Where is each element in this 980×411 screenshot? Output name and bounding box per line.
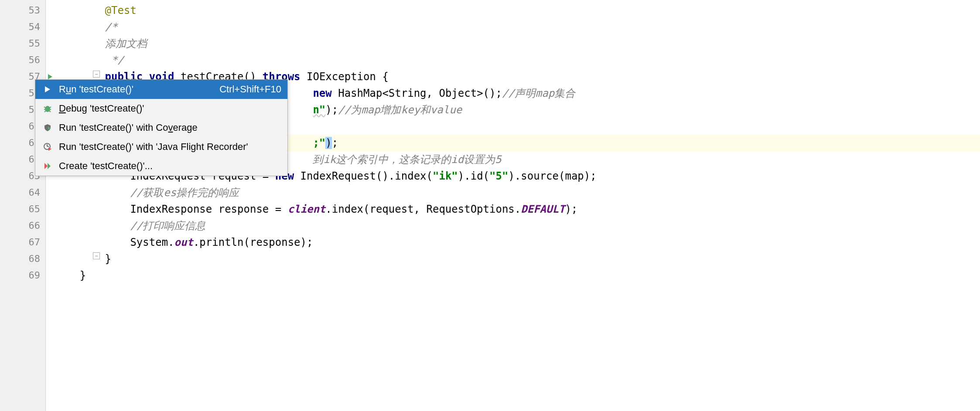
fold-expand-icon[interactable]: −	[93, 71, 100, 78]
gutter: 53 54 55 56 57 58 59 60 61 62 63 64 65 6…	[0, 0, 46, 411]
code-line: 添加文档	[46, 35, 980, 52]
line-number: 67	[0, 234, 45, 251]
code-line: System.out.println(response);	[46, 234, 980, 251]
svg-marker-15	[48, 163, 51, 169]
menu-label: Debug 'testCreate()'	[59, 103, 281, 114]
line-number: 66	[0, 217, 45, 234]
debug-icon	[41, 102, 54, 115]
coverage-icon	[41, 122, 54, 134]
menu-run-profiler[interactable]: Run 'testCreate()' with 'Java Flight Rec…	[35, 137, 287, 156]
fold-collapse-icon[interactable]: −	[93, 252, 100, 259]
line-number: 65	[0, 201, 45, 217]
run-icon	[41, 83, 54, 95]
code-line: IndexResponse response = client.index(re…	[46, 201, 980, 217]
line-number: 69	[0, 267, 45, 284]
menu-debug[interactable]: Debug 'testCreate()'	[35, 99, 287, 118]
line-number: 54	[0, 19, 45, 35]
context-menu: Run 'testCreate()' Ctrl+Shift+F10 Debug …	[35, 79, 288, 176]
menu-run-coverage[interactable]: Run 'testCreate()' with Coverage	[35, 118, 287, 137]
menu-create-config[interactable]: Create 'testCreate()'...	[35, 156, 287, 176]
svg-line-3	[44, 107, 46, 108]
menu-run[interactable]: Run 'testCreate()' Ctrl+Shift+F10	[35, 80, 287, 99]
line-number: 68	[0, 251, 45, 267]
svg-line-7	[44, 111, 46, 112]
code-line: }	[46, 251, 980, 267]
create-config-icon	[41, 160, 54, 172]
line-number: 56	[0, 52, 45, 68]
line-number: 55	[0, 35, 45, 52]
code-line: */	[46, 52, 980, 68]
menu-label: Run 'testCreate()' with Coverage	[59, 122, 281, 133]
svg-marker-1	[45, 86, 50, 92]
code-editor[interactable]: − − @Test /* 添加文档 */ public void testCre…	[46, 0, 980, 411]
code-line: //获取es操作完的响应	[46, 184, 980, 201]
code-line: //打印响应信息	[46, 217, 980, 234]
profiler-icon	[41, 141, 54, 153]
menu-label: Run 'testCreate()' with 'Java Flight Rec…	[59, 141, 281, 153]
code-line: }	[46, 267, 980, 284]
svg-marker-14	[44, 163, 48, 169]
line-number: 64	[0, 184, 45, 201]
line-number: 53	[0, 2, 45, 19]
code-line: @Test	[46, 2, 980, 19]
menu-label: Run 'testCreate()'	[59, 84, 206, 95]
svg-line-4	[49, 107, 51, 108]
code-line: /*	[46, 19, 980, 35]
menu-label: Create 'testCreate()'...	[59, 160, 281, 172]
menu-shortcut: Ctrl+Shift+F10	[219, 84, 281, 95]
svg-line-8	[49, 111, 51, 112]
